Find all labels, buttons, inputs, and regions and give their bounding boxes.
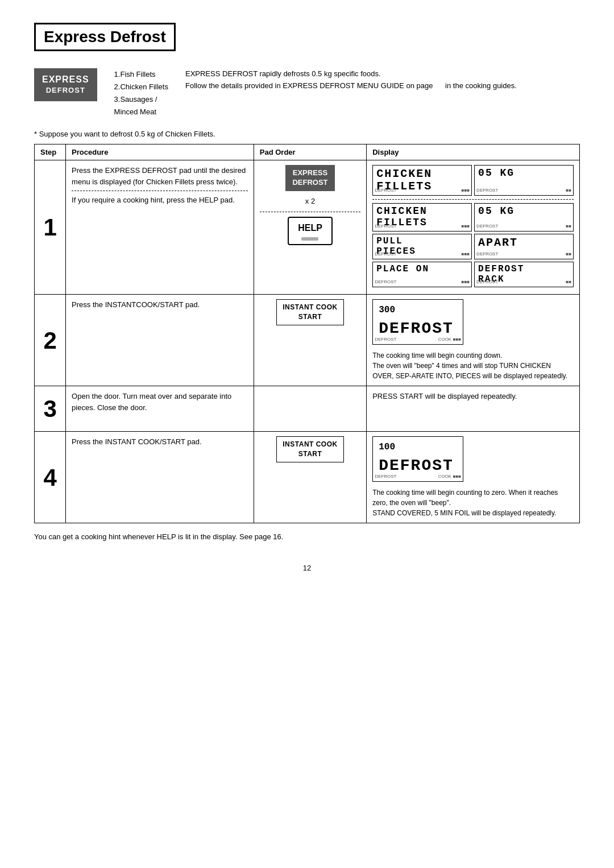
step4-display-note: The cooking time will begin counting to … <box>372 487 574 518</box>
lcd-05kg-2: 05 KG DEFROST ■■ <box>474 203 574 232</box>
lcd-defrost-rack: DEFROSTRACK DEFROST ■■ <box>474 262 574 287</box>
header-step: Step <box>35 144 66 160</box>
lcd-100-defrost: 100 DEFROST DEFROST COOK ■■■ <box>372 436 463 482</box>
header-display: Display <box>367 144 580 160</box>
lcd-pull-pieces: PULLPIECES DEFROST ■■■ <box>372 234 472 259</box>
intro-section: EXPRESS DEFROST 1.Fish Fillets 2.Chicken… <box>34 68 580 118</box>
step2-pad-order: INSTANT COOK START <box>254 295 366 386</box>
table-row: 1 Press the EXPRESS DEFROST pad until th… <box>35 160 580 295</box>
lcd-chicken-fillets-1: CHICKENFILLETS DEFROST ■■■ <box>372 165 472 196</box>
step3-pad-order <box>254 386 366 432</box>
menu-list: 1.Fish Fillets 2.Chicken Fillets 3.Sausa… <box>114 68 168 118</box>
menu-item-3: 3.Sausages / <box>114 93 168 106</box>
step1-display: CHICKENFILLETS DEFROST ■■■ 05 KG DEFROST… <box>367 160 580 295</box>
table-row: 3 Open the door. Turn meat over and sepa… <box>35 386 580 432</box>
step3-display-note: PRESS START will be displayed repeatedly… <box>372 391 574 402</box>
step-number-4: 4 <box>35 432 66 523</box>
step2-display-note: The cooking time will begin counting dow… <box>372 350 574 381</box>
step1-proc-text-2: If you require a cooking hint, press the… <box>72 195 248 206</box>
pad-x2-label: x 2 <box>260 196 360 207</box>
bottom-note: You can get a cooking hint whenever HELP… <box>34 532 580 541</box>
step3-procedure: Open the door. Turn meat over and separa… <box>66 386 254 432</box>
express-defrost-badge: EXPRESS DEFROST <box>34 68 97 101</box>
express-defrost-pad-1[interactable]: EXPRESS DEFROST <box>285 165 334 191</box>
table-row: 2 Press the INSTANTCOOK/START pad. INSTA… <box>35 295 580 386</box>
table-row: 4 Press the INSTANT COOK/START pad. INST… <box>35 432 580 523</box>
lcd-300-defrost: 300 DEFROST DEFROST COOK ■■■ <box>372 299 463 345</box>
menu-item-2: 2.Chicken Fillets <box>114 81 168 93</box>
lcd-chicken-fillets-2: CHICKENFILLETS DEFROST ■■■ <box>372 203 472 232</box>
step4-pad-order: INSTANT COOK START <box>254 432 366 523</box>
page-number: 12 <box>34 564 580 572</box>
lcd-apart: APART DEFROST ■■ <box>474 234 574 259</box>
step3-display: PRESS START will be displayed repeatedly… <box>367 386 580 432</box>
step1-procedure: Press the EXPRESS DEFROST pad until the … <box>66 160 254 295</box>
step-number-2: 2 <box>35 295 66 386</box>
step2-display: 300 DEFROST DEFROST COOK ■■■ The cooking… <box>367 295 580 386</box>
header-pad-order: Pad Order <box>254 144 366 160</box>
help-pad[interactable]: HELP <box>288 217 333 245</box>
instant-cook-start-pad-2[interactable]: INSTANT COOK START <box>276 436 343 462</box>
step-number-1: 1 <box>35 160 66 295</box>
step-number-3: 3 <box>35 386 66 432</box>
step4-display: 100 DEFROST DEFROST COOK ■■■ The cooking… <box>367 432 580 523</box>
step1-pad-order: EXPRESS DEFROST x 2 HELP <box>254 160 366 295</box>
instant-cook-start-pad-1[interactable]: INSTANT COOK START <box>276 299 343 325</box>
menu-item-1: 1.Fish Fillets <box>114 68 168 81</box>
intro-description: EXPRESS DEFROST rapidly defrosts 0.5 kg … <box>185 68 580 92</box>
lcd-place-on: PLACE ON DEFROST ■■■ <box>372 262 472 287</box>
suppose-text: * Suppose you want to defrost 0.5 kg of … <box>34 130 580 138</box>
lcd-05kg-1: 05 KG DEFROST ■■ <box>474 165 574 196</box>
steps-table: Step Procedure Pad Order Display 1 Press… <box>34 144 580 523</box>
step1-proc-text-1: Press the EXPRESS DEFROST pad until the … <box>72 165 248 187</box>
menu-item-4: Minced Meat <box>114 106 168 118</box>
page-title: Express Defrost <box>34 23 176 51</box>
step4-procedure: Press the INSTANT COOK/START pad. <box>66 432 254 523</box>
step2-procedure: Press the INSTANTCOOK/START pad. <box>66 295 254 386</box>
header-procedure: Procedure <box>66 144 254 160</box>
